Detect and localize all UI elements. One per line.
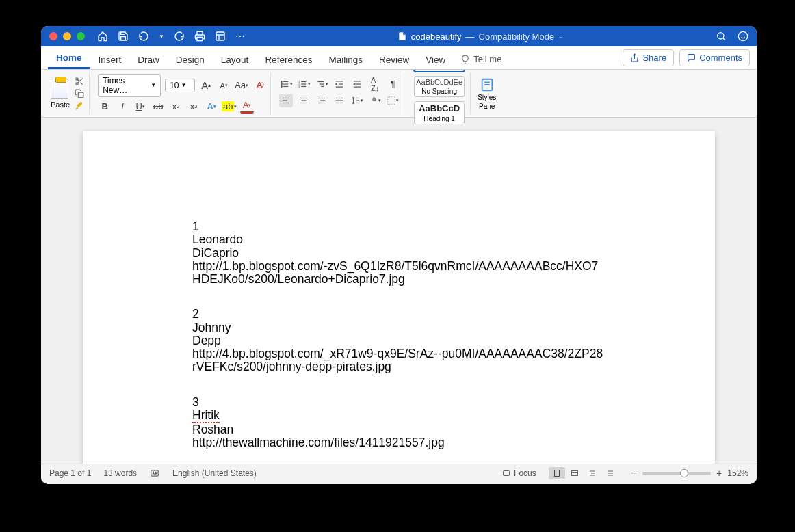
shading-icon[interactable]: ▾: [368, 94, 382, 107]
show-marks-icon[interactable]: ¶: [386, 77, 400, 91]
document-area[interactable]: 1 Leonardo DiCaprio http://1.bp.blogspot…: [41, 118, 757, 464]
text-effects-icon[interactable]: A▾: [205, 100, 218, 114]
web-layout-view[interactable]: [566, 467, 583, 479]
tab-references[interactable]: References: [257, 50, 320, 69]
cut-icon[interactable]: [74, 77, 85, 86]
undo-dropdown[interactable]: ▼: [159, 34, 164, 40]
zoom-level[interactable]: 152%: [727, 468, 748, 478]
font-name-select[interactable]: Times New…▼: [98, 74, 161, 97]
ribbon: Paste Times New…▼ 10▼ A▴ A▾ Aa▾ A⃠ B: [41, 70, 757, 118]
entry-last: Roshan: [192, 423, 605, 436]
zoom-controls: − + 152%: [631, 467, 748, 479]
doc-icon: [398, 31, 407, 42]
sort-icon[interactable]: AZ↓: [368, 77, 382, 91]
svg-rect-46: [504, 470, 510, 475]
template-icon[interactable]: [215, 31, 226, 42]
print-icon[interactable]: [194, 31, 205, 42]
shrink-font-icon[interactable]: A▾: [217, 79, 231, 92]
svg-rect-43: [388, 96, 395, 104]
align-left-icon[interactable]: [279, 94, 293, 107]
align-right-icon[interactable]: [315, 94, 328, 107]
style-heading-1[interactable]: AaBbCcD Heading 1: [414, 101, 465, 124]
multilevel-icon[interactable]: ▾: [315, 77, 328, 91]
clear-format-icon[interactable]: A⃠: [252, 79, 266, 92]
bold-icon[interactable]: B: [98, 100, 112, 114]
strikethrough-icon[interactable]: ab: [151, 100, 165, 114]
status-words[interactable]: 13 words: [103, 468, 137, 478]
grow-font-icon[interactable]: A▴: [199, 79, 213, 92]
superscript-icon[interactable]: x2: [187, 100, 200, 114]
svg-text:3: 3: [298, 84, 300, 88]
zoom-in[interactable]: +: [716, 468, 722, 479]
entry-url: http://thewallmachine.com/files/14119215…: [192, 436, 605, 449]
numbering-icon[interactable]: 123▾: [297, 77, 311, 91]
justify-icon[interactable]: [333, 94, 346, 107]
change-case-icon[interactable]: Aa▾: [235, 79, 248, 92]
feedback-icon[interactable]: [738, 31, 748, 42]
share-label: Share: [642, 53, 666, 63]
align-center-icon[interactable]: [297, 94, 311, 107]
font-name: Times New…: [103, 76, 148, 95]
style-preview: AaBbCcD: [419, 103, 460, 114]
tab-review[interactable]: Review: [371, 50, 417, 69]
font-size: 10: [170, 81, 179, 90]
tab-insert[interactable]: Insert: [90, 50, 130, 69]
spellcheck-icon[interactable]: [149, 468, 160, 478]
outline-view[interactable]: [584, 467, 601, 479]
title-dash: —: [466, 31, 475, 42]
redo-icon[interactable]: [174, 31, 185, 42]
status-bar: Page 1 of 1 13 words English (United Sta…: [41, 464, 757, 481]
subscript-icon[interactable]: x2: [169, 100, 183, 114]
tab-mailings[interactable]: Mailings: [320, 50, 371, 69]
comments-label: Comments: [699, 53, 742, 63]
decrease-indent-icon[interactable]: [333, 77, 346, 91]
italic-icon[interactable]: I: [116, 100, 129, 114]
comments-button[interactable]: Comments: [679, 49, 750, 66]
home-icon[interactable]: [97, 31, 108, 42]
tab-draw[interactable]: Draw: [129, 50, 168, 69]
borders-icon[interactable]: ▾: [386, 94, 400, 107]
page[interactable]: 1 Leonardo DiCaprio http://1.bp.blogspot…: [83, 131, 715, 464]
styles-pane-button[interactable]: Styles Pane: [475, 72, 499, 114]
svg-rect-6: [78, 92, 83, 98]
clipboard-group: Paste: [47, 72, 90, 114]
copy-icon[interactable]: [74, 89, 85, 98]
print-layout-view[interactable]: [549, 467, 565, 479]
share-button[interactable]: Share: [623, 49, 674, 66]
focus-mode[interactable]: Focus: [501, 468, 536, 478]
highlight-icon[interactable]: ab▾: [222, 100, 236, 114]
minimize-window[interactable]: [63, 32, 71, 40]
zoom-slider[interactable]: [642, 472, 711, 475]
titlebar-right: [716, 31, 748, 42]
close-window[interactable]: [49, 32, 57, 40]
titlebar: ▼ ⋯ codebeautify — Compatibility Mode ⌄: [41, 26, 757, 46]
zoom-out[interactable]: −: [631, 467, 637, 479]
line-spacing-icon[interactable]: ▾: [350, 94, 364, 107]
paste-icon[interactable]: [51, 79, 68, 99]
tab-design[interactable]: Design: [168, 50, 213, 69]
svg-rect-0: [197, 37, 203, 40]
format-painter-icon[interactable]: [74, 101, 85, 111]
title-dropdown-icon[interactable]: ⌄: [558, 33, 564, 40]
search-icon[interactable]: [716, 31, 727, 42]
draft-view[interactable]: [602, 467, 618, 479]
tab-layout[interactable]: Layout: [213, 50, 257, 69]
svg-point-3: [738, 31, 747, 40]
undo-icon[interactable]: [138, 31, 149, 42]
save-icon[interactable]: [118, 31, 129, 42]
bullets-icon[interactable]: ▾: [279, 77, 293, 91]
increase-indent-icon[interactable]: [350, 77, 364, 91]
more-icon[interactable]: ⋯: [235, 31, 246, 42]
status-lang[interactable]: English (United States): [172, 468, 257, 478]
maximize-window[interactable]: [77, 32, 85, 40]
font-color-icon[interactable]: A▾: [240, 100, 254, 114]
style-no-spacing[interactable]: AaBbCcDdEe No Spacing: [414, 76, 465, 97]
tab-home[interactable]: Home: [48, 48, 90, 69]
share-icon: [630, 53, 639, 62]
font-size-select[interactable]: 10▼: [165, 79, 195, 92]
underline-icon[interactable]: U▾: [133, 100, 147, 114]
tell-me[interactable]: Tell me: [454, 49, 508, 69]
tab-view[interactable]: View: [417, 50, 454, 69]
status-page[interactable]: Page 1 of 1: [49, 468, 91, 478]
entry-last: DiCaprio: [192, 247, 605, 260]
